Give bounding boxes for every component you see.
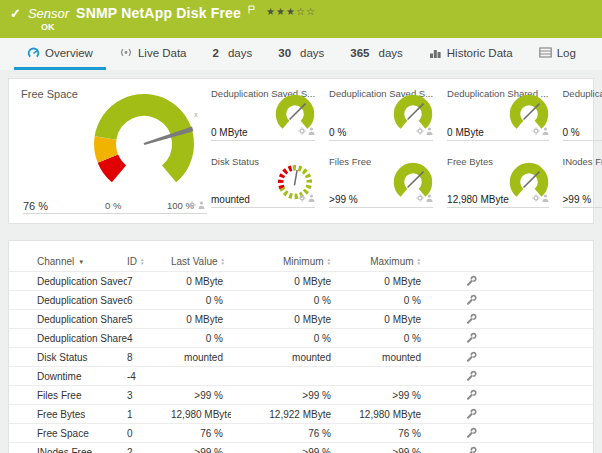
gauge-cell: Deduplication Shared ... 0 MByte (447, 86, 548, 141)
mini-user-icon[interactable] (426, 188, 433, 206)
tab-2-days[interactable]: 2days (200, 38, 266, 70)
tab-historic-data[interactable]: Historic Data (416, 38, 526, 70)
cell-channel[interactable]: INodes Free (9, 443, 127, 453)
cell-last-value (171, 367, 231, 386)
sort-icon: ▲▼ (140, 258, 144, 265)
free-space-gauge[interactable]: x (84, 82, 204, 202)
column-header-minimum[interactable]: Minimum▲▼ (231, 251, 339, 272)
tab-log[interactable]: Log (526, 38, 589, 70)
channel-table: Channel▼ ID▲▼ Last Value▲▼ Minimum▲▼ Max… (9, 251, 593, 453)
mini-user-icon[interactable] (426, 121, 433, 139)
channel-settings-wrench-icon[interactable] (466, 334, 477, 345)
gauge-value: >99 % (563, 194, 592, 205)
object-kind-label: Sensor (28, 6, 69, 21)
channel-settings-wrench-icon[interactable] (466, 372, 477, 383)
cell-last-value: 0 % (171, 329, 231, 348)
mini-user-icon[interactable] (308, 121, 315, 139)
overview-gauge-icon (27, 46, 40, 59)
gauge-value: 0 % (563, 127, 580, 138)
table-row[interactable]: Deduplication Shared S... 5 0 MByte 0 MB… (9, 310, 593, 329)
gauge-cell: Deduplication Shared ... 0 % (563, 86, 602, 141)
mini-gear-icon[interactable] (416, 121, 424, 139)
mini-gear-icon[interactable] (416, 188, 424, 206)
divider (23, 213, 207, 214)
cell-minimum: >99 % (231, 386, 339, 405)
channel-settings-wrench-icon[interactable] (466, 448, 477, 453)
channel-settings-wrench-icon[interactable] (466, 315, 477, 326)
cell-channel[interactable]: Disk Status (9, 348, 127, 367)
column-header-id[interactable]: ID▲▼ (127, 251, 171, 272)
channel-settings-wrench-icon[interactable] (466, 410, 477, 421)
mini-user-icon[interactable] (198, 195, 205, 213)
sensor-header: ✓ Sensor SNMP NetApp Disk Free ★★★☆☆ OK (0, 0, 602, 38)
mini-user-icon[interactable] (308, 188, 315, 206)
table-row[interactable]: Free Space 0 76 % 76 % 76 % (9, 424, 593, 443)
gauge-value: 0 MByte (211, 127, 248, 138)
mini-gear-icon[interactable] (298, 121, 306, 139)
table-row[interactable]: Disk Status 8 mounted mounted mounted (9, 348, 593, 367)
cell-channel[interactable]: Free Bytes (9, 405, 127, 424)
cell-minimum: 12,922 MByte (231, 405, 339, 424)
tab-live-data[interactable]: Live Data (106, 38, 200, 70)
sort-icon: ▲▼ (221, 258, 225, 265)
mini-user-icon[interactable] (542, 121, 549, 139)
cell-channel[interactable]: Files Free (9, 386, 127, 405)
mini-gear-icon[interactable] (532, 188, 540, 206)
cell-maximum: >99 % (339, 443, 429, 453)
gauge-value: 12,980 MByte (447, 194, 509, 205)
log-table-icon (539, 47, 552, 58)
column-header-settings (429, 251, 514, 272)
table-row[interactable]: Deduplication Saved Sp... 6 0 % 0 % 0 % (9, 291, 593, 310)
cell-id: 7 (127, 272, 171, 291)
cell-channel[interactable]: Deduplication Shared S... (9, 329, 127, 348)
cell-maximum: 0 % (339, 291, 429, 310)
mini-user-icon[interactable] (542, 188, 549, 206)
cell-channel[interactable]: Deduplication Saved Sp... (9, 272, 127, 291)
star-rating[interactable]: ★★★☆☆ (266, 6, 316, 17)
gauges-panel: Free Space x 76 % 0 % 100 % Deduplicatio… (8, 78, 594, 224)
table-row[interactable]: Downtime -4 (9, 367, 593, 386)
mini-gear-icon[interactable] (298, 188, 306, 206)
column-header-last-value[interactable]: Last Value▲▼ (171, 251, 231, 272)
table-row[interactable]: Free Bytes 1 12,980 MByte 12,922 MByte 1… (9, 405, 593, 424)
channel-settings-wrench-icon[interactable] (466, 429, 477, 440)
table-row[interactable]: Deduplication Shared S... 4 0 % 0 % 0 % (9, 329, 593, 348)
cell-minimum: 0 % (231, 329, 339, 348)
cell-minimum: mounted (231, 348, 339, 367)
cell-maximum: 0 % (339, 329, 429, 348)
tab-number: 365 (350, 47, 369, 59)
cell-last-value: 0 % (171, 291, 231, 310)
gauge-value: >99 % (329, 194, 358, 205)
column-header-maximum[interactable]: Maximum▲▼ (339, 251, 429, 272)
cell-id: 8 (127, 348, 171, 367)
sort-icon: ▲▼ (327, 258, 331, 265)
mini-gear-icon[interactable] (188, 195, 196, 213)
flag-icon[interactable] (248, 0, 255, 18)
tab-365-days[interactable]: 365days (337, 38, 415, 70)
cell-id: 3 (127, 386, 171, 405)
cell-maximum: 76 % (339, 424, 429, 443)
tab-label: days (379, 47, 403, 59)
cell-maximum: >99 % (339, 386, 429, 405)
tab-overview[interactable]: Overview (14, 38, 106, 70)
gauge-cell: Deduplication Saved S... 0 % (329, 86, 433, 141)
table-row[interactable]: Files Free 3 >99 % >99 % >99 % (9, 386, 593, 405)
column-header-channel[interactable]: Channel▼ (9, 251, 127, 272)
cell-channel[interactable]: Downtime (9, 367, 127, 386)
cell-maximum: 12,980 MByte (339, 405, 429, 424)
channel-settings-wrench-icon[interactable] (466, 277, 477, 288)
tab-settings[interactable]: Settings (589, 38, 602, 70)
svg-text:x: x (194, 111, 198, 118)
gauge-title: INodes Free (563, 154, 602, 167)
table-row[interactable]: INodes Free 2 >99 % >99 % >99 % (9, 443, 593, 453)
channel-settings-wrench-icon[interactable] (466, 353, 477, 364)
channel-settings-wrench-icon[interactable] (466, 391, 477, 402)
sort-icon: ▲▼ (417, 258, 421, 265)
cell-channel[interactable]: Deduplication Shared S... (9, 310, 127, 329)
cell-channel[interactable]: Free Space (9, 424, 127, 443)
mini-gear-icon[interactable] (532, 121, 540, 139)
cell-channel[interactable]: Deduplication Saved Sp... (9, 291, 127, 310)
channel-settings-wrench-icon[interactable] (466, 296, 477, 307)
tab-30-days[interactable]: 30days (265, 38, 337, 70)
table-row[interactable]: Deduplication Saved Sp... 7 0 MByte 0 MB… (9, 272, 593, 291)
